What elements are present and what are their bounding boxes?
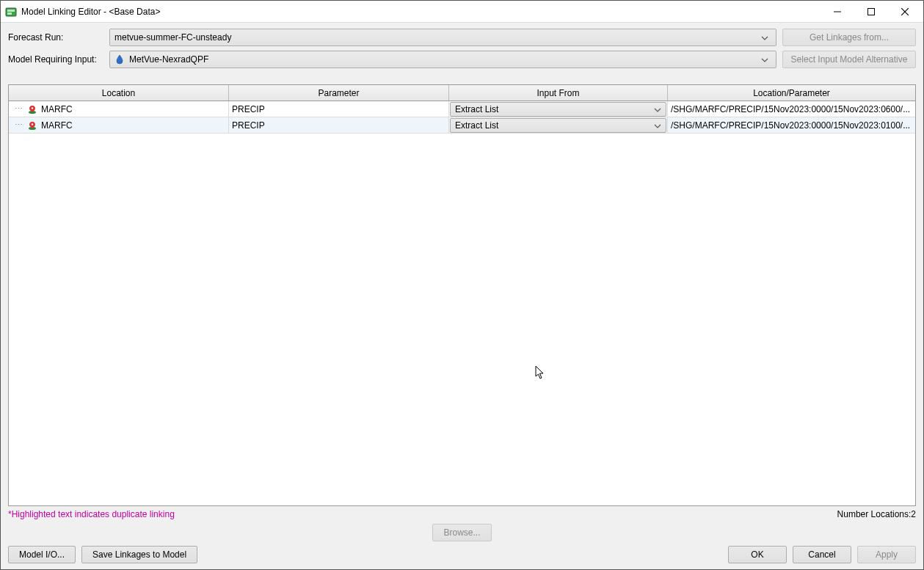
table-row[interactable]: ⋯ MARFC PRECIP Extract [9, 101, 915, 117]
tree-connector-icon: ⋯ [15, 104, 23, 114]
maximize-button[interactable] [854, 1, 888, 23]
model-io-button[interactable]: Model I/O... [8, 546, 76, 563]
cell-location: ⋯ MARFC [9, 101, 229, 117]
forecast-run-value: metvue-summer-FC-unsteady [114, 32, 758, 43]
window-title: Model Linking Editor - <Base Data> [21, 7, 821, 17]
cell-parameter: PRECIP [229, 117, 449, 133]
select-input-alt-button[interactable]: Select Input Model Alternative [782, 51, 916, 68]
input-from-value: Extract List [455, 104, 654, 114]
location-marker-icon [26, 120, 38, 131]
status-row: *Highlighted text indicates duplicate li… [8, 509, 916, 519]
chevron-down-icon [758, 32, 771, 43]
input-from-combo[interactable]: Extract List [450, 118, 666, 133]
location-count: Number Locations:2 [837, 509, 916, 519]
col-header-input-from[interactable]: Input From [449, 85, 668, 101]
col-header-parameter[interactable]: Parameter [229, 85, 449, 101]
forecast-run-combo[interactable]: metvue-summer-FC-unsteady [109, 29, 776, 46]
apply-button[interactable]: Apply [857, 546, 916, 563]
browse-button[interactable]: Browse... [432, 524, 491, 541]
table-body: ⋯ MARFC PRECIP Extract [9, 101, 915, 505]
titlebar: Model Linking Editor - <Base Data> [1, 1, 923, 23]
table-header-row: Location Parameter Input From Location/P… [9, 85, 915, 101]
model-input-label: Model Requiring Input: [8, 54, 103, 65]
cell-location-parameter: /SHG/MARFC/PRECIP/15Nov2023:0000/15Nov20… [668, 117, 915, 133]
svg-point-8 [32, 107, 34, 109]
footer-buttons: Model I/O... Save Linkages to Model OK C… [8, 546, 916, 563]
svg-rect-0 [6, 8, 16, 16]
chevron-down-icon [654, 120, 661, 131]
cancel-button[interactable]: Cancel [793, 546, 851, 563]
get-linkages-button[interactable]: Get Linkages from... [782, 29, 916, 46]
cell-location-text: MARFC [41, 104, 73, 114]
browse-row: Browse... [8, 524, 916, 541]
col-header-location-parameter[interactable]: Location/Parameter [668, 85, 915, 101]
col-header-location[interactable]: Location [9, 85, 229, 101]
input-from-combo[interactable]: Extract List [450, 102, 666, 117]
window-controls [821, 1, 922, 23]
forecast-run-label: Forecast Run: [8, 32, 103, 43]
close-button[interactable] [888, 1, 922, 23]
app-window: Model Linking Editor - <Base Data> Forec… [0, 0, 924, 570]
cell-location-parameter: /SHG/MARFC/PRECIP/15Nov2023:0000/15Nov20… [668, 101, 915, 117]
minimize-button[interactable] [821, 1, 854, 23]
ok-button[interactable]: OK [728, 546, 787, 563]
model-input-row: Model Requiring Input: MetVue-NexradQPF … [8, 51, 916, 68]
svg-rect-1 [7, 10, 15, 12]
forecast-run-row: Forecast Run: metvue-summer-FC-unsteady … [8, 29, 916, 46]
svg-rect-2 [7, 12, 12, 15]
table-row[interactable]: ⋯ MARFC PRECIP Extract [9, 117, 915, 134]
duplicate-note: *Highlighted text indicates duplicate li… [8, 509, 175, 519]
model-input-value: MetVue-NexradQPF [129, 54, 758, 65]
location-marker-icon [26, 103, 38, 115]
save-linkages-button[interactable]: Save Linkages to Model [81, 546, 197, 563]
svg-point-10 [32, 123, 34, 125]
cell-input-from: Extract List [449, 117, 668, 133]
app-icon [5, 6, 17, 18]
cell-location-text: MARFC [41, 120, 73, 131]
linkages-table: Location Parameter Input From Location/P… [8, 84, 916, 506]
cell-parameter: PRECIP [229, 101, 449, 117]
tree-connector-icon: ⋯ [15, 120, 23, 130]
model-input-combo[interactable]: MetVue-NexradQPF [109, 51, 776, 68]
svg-rect-4 [868, 8, 875, 15]
cell-location: ⋯ MARFC [9, 117, 229, 133]
raindrop-icon [114, 54, 125, 65]
chevron-down-icon [758, 54, 771, 65]
input-from-value: Extract List [455, 120, 654, 131]
content-area: Forecast Run: metvue-summer-FC-unsteady … [1, 23, 923, 569]
cell-input-from: Extract List [449, 101, 668, 117]
chevron-down-icon [654, 104, 661, 114]
